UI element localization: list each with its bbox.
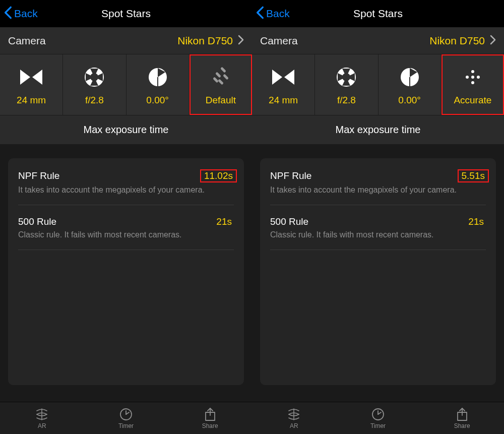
tab-share[interactable]: Share [420,402,504,434]
focal-length-icon [19,64,43,91]
svg-point-7 [90,73,98,81]
camera-value: Nikon D750 [429,35,485,47]
back-button[interactable]: Back [256,6,290,22]
rule-npf[interactable]: NPF Rule 5.51s It takes into account the… [270,158,486,205]
svg-rect-13 [218,79,224,85]
setting-declination[interactable]: 0.00° [127,54,190,115]
tab-label: Share [202,422,218,429]
timer-icon [371,407,385,421]
camera-label: Camera [8,35,177,47]
chevron-left-icon [4,6,14,22]
accuracy-default-icon [209,64,232,91]
rule-500[interactable]: 500 Rule 21s Classic rule. It fails with… [270,205,486,250]
settings-strip: 24 mm f/2.8 0.00° [0,54,252,115]
rule-name: NPF Rule [18,170,200,181]
focal-length-icon [271,64,295,91]
aperture-value: f/2.8 [85,95,104,106]
timer-icon [119,407,133,421]
setting-focal-length[interactable]: 24 mm [252,54,315,115]
tab-label: Timer [370,422,386,429]
camera-label: Camera [260,35,429,47]
rule-desc: It takes into account the megapixels of … [18,185,234,195]
page-title: Spot Stars [0,8,252,20]
rule-npf[interactable]: NPF Rule 11.02s It takes into account th… [18,158,234,205]
section-header: Max exposure time [0,115,252,144]
svg-point-32 [466,76,469,79]
declination-value: 0.00° [146,95,169,106]
setting-declination[interactable]: 0.00° [379,54,442,115]
tab-timer[interactable]: Timer [84,402,168,434]
accuracy-value: Default [206,95,236,106]
setting-accuracy[interactable]: Default [190,54,252,115]
chevron-left-icon [256,6,266,22]
tab-ar[interactable]: AR [252,402,336,434]
results-area: NPF Rule 5.51s It takes into account the… [252,144,504,402]
share-icon [456,407,468,421]
chevron-right-icon [238,35,244,47]
back-button[interactable]: Back [4,6,38,22]
rule-500[interactable]: 500 Rule 21s Classic rule. It fails with… [18,205,234,250]
svg-point-28 [342,73,350,81]
svg-rect-10 [220,67,226,73]
results-card: NPF Rule 5.51s It takes into account the… [260,158,496,385]
rule-desc: Classic rule. It fails with most recent … [18,230,234,239]
aperture-value: f/2.8 [337,95,356,106]
svg-point-33 [471,76,474,79]
camera-value: Nikon D750 [177,35,233,47]
rule-name: NPF Rule [270,170,458,181]
tabbar: AR Timer Share [252,402,504,434]
rule-desc: Classic rule. It fails with most recent … [270,230,486,239]
rule-value: 11.02s [200,169,237,182]
svg-point-34 [477,76,480,79]
rule-value: 21s [466,216,486,227]
setting-accuracy[interactable]: Accurate [442,54,504,115]
svg-rect-12 [223,74,229,80]
setting-aperture[interactable]: f/2.8 [63,54,126,115]
ar-icon [35,407,49,421]
svg-point-31 [471,70,474,73]
rule-name: 500 Rule [270,216,466,227]
focal-value: 24 mm [17,95,46,106]
tab-label: Timer [118,422,134,429]
svg-rect-11 [215,72,221,78]
camera-selector[interactable]: Camera Nikon D750 [0,27,252,54]
accuracy-accurate-icon [461,64,484,91]
results-area: NPF Rule 11.02s It takes into account th… [0,144,252,402]
svg-line-39 [378,412,381,414]
rule-value: 21s [214,216,234,227]
aperture-icon [84,64,105,91]
share-icon [204,407,216,421]
tab-label: Share [454,422,470,429]
svg-rect-14 [213,77,219,83]
svg-point-35 [471,81,474,84]
declination-icon [400,64,420,91]
back-label: Back [14,8,38,20]
declination-value: 0.00° [398,95,421,106]
svg-marker-0 [20,70,30,85]
camera-selector[interactable]: Camera Nikon D750 [252,27,504,54]
aperture-icon [336,64,357,91]
accuracy-value: Accurate [454,95,491,106]
rule-desc: It takes into account the megapixels of … [270,185,486,195]
rule-value: 5.51s [458,169,489,182]
back-label: Back [266,8,290,20]
setting-focal-length[interactable]: 24 mm [0,54,63,115]
setting-aperture[interactable]: f/2.8 [315,54,378,115]
tab-label: AR [290,422,298,429]
svg-marker-21 [272,70,282,85]
svg-marker-1 [32,70,42,85]
ar-icon [287,407,301,421]
tab-share[interactable]: Share [168,402,252,434]
settings-strip: 24 mm f/2.8 0.00° Accurate [252,54,504,115]
results-card: NPF Rule 11.02s It takes into account th… [8,158,244,385]
navbar: Back Spot Stars [252,0,504,27]
tab-ar[interactable]: AR [0,402,84,434]
tab-timer[interactable]: Timer [336,402,420,434]
svg-marker-22 [284,70,294,85]
navbar: Back Spot Stars [0,0,252,27]
tab-label: AR [38,422,46,429]
page-title: Spot Stars [252,8,504,20]
rule-name: 500 Rule [18,216,214,227]
chevron-right-icon [490,35,496,47]
focal-value: 24 mm [269,95,298,106]
